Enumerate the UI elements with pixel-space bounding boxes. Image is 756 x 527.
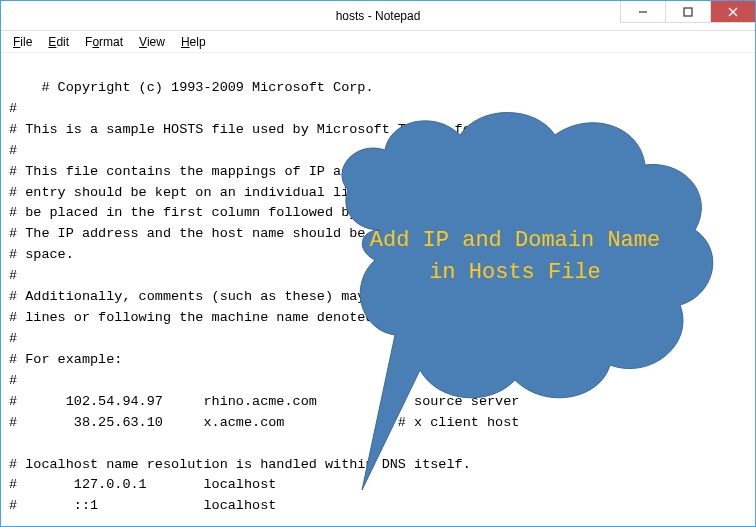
menubar: File Edit Format View Help: [1, 31, 755, 53]
svg-rect-1: [684, 8, 692, 16]
menu-help-rest: elp: [190, 35, 206, 49]
file-lines: # Copyright (c) 1993-2009 Microsoft Corp…: [9, 80, 592, 526]
close-icon: [728, 7, 738, 17]
text-area[interactable]: # Copyright (c) 1993-2009 Microsoft Corp…: [1, 53, 755, 526]
menu-help[interactable]: Help: [173, 33, 214, 51]
close-button[interactable]: [710, 1, 755, 23]
menu-format[interactable]: Format: [77, 33, 131, 51]
menu-edit[interactable]: Edit: [40, 33, 77, 51]
minimize-icon: [638, 7, 648, 17]
notepad-window: hosts - Notepad File Edit Format View He…: [0, 0, 756, 527]
menu-edit-rest: dit: [56, 35, 69, 49]
menu-file-rest: ile: [20, 35, 32, 49]
menu-view-rest: iew: [147, 35, 165, 49]
window-controls: [620, 1, 755, 30]
minimize-button[interactable]: [620, 1, 665, 23]
menu-format-rest: rmat: [99, 35, 123, 49]
maximize-icon: [683, 7, 693, 17]
titlebar: hosts - Notepad: [1, 1, 755, 31]
menu-file[interactable]: File: [5, 33, 40, 51]
menu-view[interactable]: View: [131, 33, 173, 51]
maximize-button[interactable]: [665, 1, 710, 23]
